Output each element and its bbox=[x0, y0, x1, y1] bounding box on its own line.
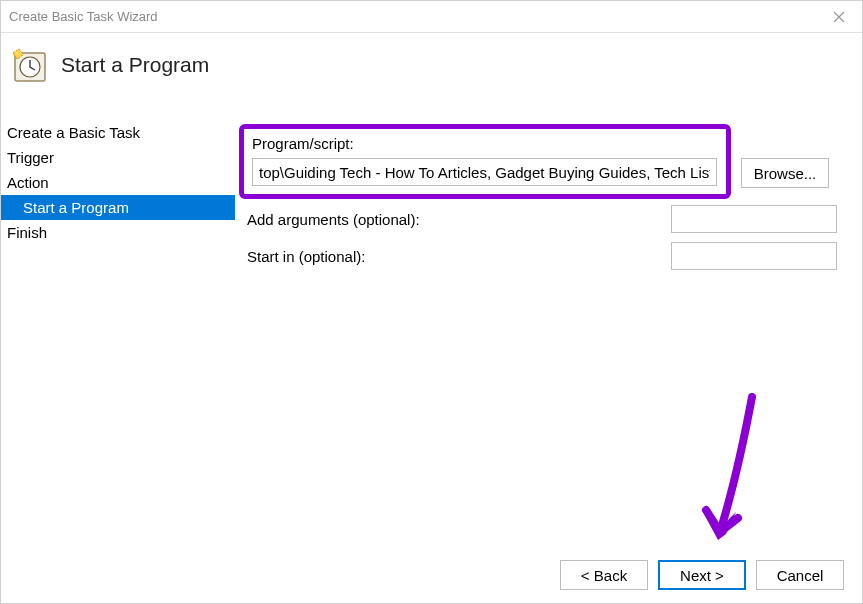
sidebar-item-action[interactable]: Action bbox=[1, 170, 235, 195]
close-icon bbox=[833, 11, 845, 23]
wizard-body: Create a Basic Task Trigger Action Start… bbox=[1, 98, 862, 547]
sidebar-item-finish[interactable]: Finish bbox=[1, 220, 235, 245]
wizard-content: Program/script: Browse... Add arguments … bbox=[235, 98, 862, 547]
cancel-button[interactable]: Cancel bbox=[756, 560, 844, 590]
arguments-label: Add arguments (optional): bbox=[247, 211, 671, 228]
sidebar-item-trigger[interactable]: Trigger bbox=[1, 145, 235, 170]
arguments-input[interactable] bbox=[671, 205, 837, 233]
sidebar-item-start-program[interactable]: Start a Program bbox=[1, 195, 235, 220]
annotation-highlight: Program/script: bbox=[239, 124, 731, 199]
arguments-row: Add arguments (optional): bbox=[247, 205, 837, 233]
startin-label: Start in (optional): bbox=[247, 248, 671, 265]
startin-input[interactable] bbox=[671, 242, 837, 270]
sidebar-item-create-task[interactable]: Create a Basic Task bbox=[1, 120, 235, 145]
page-title: Start a Program bbox=[61, 53, 209, 77]
startin-row: Start in (optional): bbox=[247, 242, 837, 270]
browse-button[interactable]: Browse... bbox=[741, 158, 829, 188]
program-script-label: Program/script: bbox=[252, 135, 718, 152]
wizard-footer: < Back Next > Cancel bbox=[1, 547, 862, 603]
titlebar: Create Basic Task Wizard bbox=[1, 1, 862, 33]
next-button[interactable]: Next > bbox=[658, 560, 746, 590]
wizard-header: Start a Program bbox=[1, 33, 862, 98]
window-title: Create Basic Task Wizard bbox=[9, 9, 158, 24]
close-button[interactable] bbox=[816, 1, 862, 33]
wizard-sidebar: Create a Basic Task Trigger Action Start… bbox=[1, 98, 235, 547]
clock-icon bbox=[11, 47, 47, 83]
program-script-input[interactable] bbox=[252, 158, 717, 186]
wizard-window: Create Basic Task Wizard Start a Program… bbox=[0, 0, 863, 604]
back-button[interactable]: < Back bbox=[560, 560, 648, 590]
